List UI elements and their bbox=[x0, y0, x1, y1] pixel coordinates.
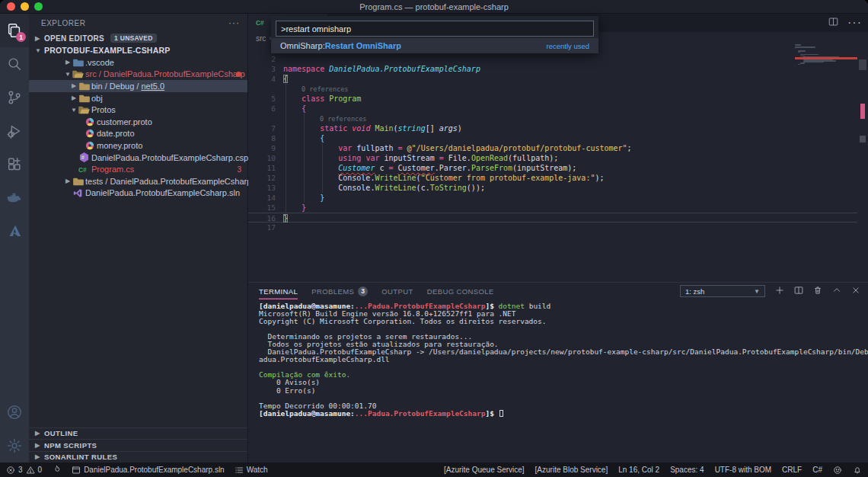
code-token: (c. bbox=[416, 184, 430, 192]
code-line[interactable]: 2 bbox=[248, 54, 868, 64]
terminal-text: ]$ bbox=[485, 409, 498, 418]
terminal-output[interactable]: [danielpadua@masamune:...Padua.ProtobufE… bbox=[259, 303, 863, 459]
close-panel-icon[interactable] bbox=[851, 284, 860, 298]
status-bar: 30DanielPadua.ProtobufExampleCsharp.slnW… bbox=[0, 463, 868, 477]
code-line[interactable]: 12 Console.WriteLine("Customer from prot… bbox=[248, 173, 868, 183]
code-line[interactable]: 17 bbox=[248, 222, 868, 232]
code-token: using bbox=[338, 154, 365, 162]
activity-run-debug-icon[interactable] bbox=[0, 114, 29, 148]
status-azurite-blob[interactable]: [Azurite Blob Service] bbox=[535, 466, 608, 474]
code-text: } bbox=[283, 193, 324, 203]
status-watch[interactable]: Watch bbox=[235, 466, 268, 475]
code-token: ; bbox=[627, 144, 632, 152]
sidebar-section-outline[interactable]: ▶OUTLINE bbox=[29, 427, 247, 440]
code-line[interactable]: 10 using var inputStream = File.OpenRead… bbox=[248, 153, 868, 163]
code-line[interactable]: 14 } bbox=[248, 193, 868, 203]
code-line[interactable]: 11 Customer c = Customer.Parser.ParseFro… bbox=[248, 163, 868, 173]
line-number: 7 bbox=[248, 123, 276, 133]
workspace-root-folder[interactable]: ▼ PROTOBUF-EXAMPLE-CSHARP bbox=[29, 44, 247, 56]
breadcrumb-item[interactable]: src bbox=[256, 34, 266, 43]
code-line[interactable]: 3namespace DanielPadua.ProtobufExampleCs… bbox=[248, 64, 868, 74]
tree-item[interactable]: ▶obj bbox=[29, 92, 247, 104]
tab-output[interactable]: OUTPUT bbox=[381, 283, 413, 299]
open-editors-section[interactable]: ▶ OPEN EDITORS 1 UNSAVED bbox=[29, 32, 247, 44]
new-terminal-icon[interactable] bbox=[775, 284, 784, 298]
code-line[interactable]: 13 Console.WriteLine(c.ToString()); bbox=[248, 183, 868, 193]
status-eol[interactable]: CRLF bbox=[782, 466, 802, 474]
overview-ruler[interactable] bbox=[857, 44, 868, 283]
activity-gear-icon[interactable] bbox=[0, 429, 29, 463]
split-editor-icon[interactable] bbox=[828, 16, 838, 30]
code-line[interactable]: 6 { bbox=[248, 104, 868, 114]
sidebar-section-sonarlint-rules[interactable]: ▶SONARLINT RULES bbox=[29, 451, 247, 463]
activity-extensions-icon[interactable] bbox=[0, 148, 29, 181]
code-token bbox=[283, 94, 302, 103]
section-label: OUTLINE bbox=[44, 429, 78, 437]
status-language-mode[interactable]: C# bbox=[812, 466, 822, 474]
code-token bbox=[283, 194, 320, 202]
terminal-line: Compilação com êxito. bbox=[259, 371, 863, 379]
minimap-line bbox=[798, 52, 800, 53]
status-encoding[interactable]: UTF-8 with BOM bbox=[715, 466, 771, 474]
explorer-more-actions-icon[interactable]: ··· bbox=[228, 18, 240, 28]
activity-azure-icon[interactable] bbox=[0, 215, 29, 248]
folder-icon bbox=[78, 93, 90, 104]
tree-item[interactable]: DanielPadua.ProtobufExampleCsharp.sln bbox=[29, 187, 247, 200]
code-line[interactable]: 7 static void Main(string[] args) bbox=[248, 123, 868, 133]
status-active-project[interactable]: DanielPadua.ProtobufExampleCsharp.sln bbox=[72, 466, 225, 475]
status-omnisharp-flame[interactable] bbox=[52, 465, 62, 475]
status-indentation[interactable]: Spaces: 4 bbox=[670, 466, 704, 474]
explorer-sidebar: EXPLORER ··· ▶ OPEN EDITORS 1 UNSAVED ▼ … bbox=[29, 14, 248, 463]
tree-item[interactable]: money.proto bbox=[29, 139, 247, 152]
code-token bbox=[283, 164, 338, 172]
sidebar-section-npm-scripts[interactable]: ▶NPM SCRIPTS bbox=[29, 439, 247, 451]
titlebar: Program.cs — protobuf-example-csharp bbox=[0, 0, 868, 14]
kill-terminal-icon[interactable] bbox=[813, 284, 822, 298]
status-cursor-position[interactable]: Ln 16, Col 2 bbox=[618, 466, 659, 474]
minimap[interactable] bbox=[795, 44, 857, 78]
tree-item[interactable]: #DanielPadua.ProtobufExampleCsharp.cspro… bbox=[29, 152, 247, 164]
tree-item[interactable]: ▶bin / Debug / net5.0 bbox=[29, 80, 247, 92]
error-squiggle-token: Customer bbox=[338, 164, 375, 172]
terminal-shell-select[interactable]: 1: zsh▼ bbox=[680, 285, 765, 297]
terminal-line: 0 Aviso(s) bbox=[259, 379, 863, 386]
scrollbar-slider[interactable] bbox=[859, 59, 866, 70]
code-line[interactable]: 15 } bbox=[248, 203, 868, 213]
status-label: Watch bbox=[247, 466, 268, 474]
tree-item[interactable]: date.proto bbox=[29, 128, 247, 140]
activity-source-control-icon[interactable] bbox=[0, 81, 29, 114]
tree-item-label: Program.cs bbox=[91, 165, 134, 174]
code-line[interactable]: 16} bbox=[248, 213, 857, 222]
activity-docker-icon[interactable] bbox=[0, 181, 29, 215]
status-problems[interactable]: 30 bbox=[6, 466, 42, 475]
activity-search-icon[interactable] bbox=[0, 47, 29, 81]
tree-item[interactable]: ▼src / DanielPadua.ProtobufExampleCsharp bbox=[29, 69, 247, 81]
status-notifications[interactable] bbox=[853, 466, 862, 475]
code-line[interactable]: 8 { bbox=[248, 133, 868, 143]
tab-debug-console[interactable]: DEBUG CONSOLE bbox=[427, 283, 494, 299]
status-azurite-queue[interactable]: [Azurite Queue Service] bbox=[444, 466, 525, 474]
tree-item[interactable]: ▶.vscode bbox=[29, 56, 247, 69]
tab-problems[interactable]: PROBLEMS3 bbox=[311, 283, 368, 299]
command-palette-input[interactable] bbox=[276, 21, 594, 37]
code-editor[interactable]: 1using System;23namespace DanielPadua.Pr… bbox=[248, 44, 868, 283]
status-feedback[interactable] bbox=[833, 466, 842, 475]
tab-terminal[interactable]: TERMINAL bbox=[259, 283, 298, 299]
code-line[interactable]: 9 var fullpath = @"/Users/danielpadua/pr… bbox=[248, 143, 868, 153]
tree-item[interactable]: C#Program.cs3 bbox=[29, 163, 247, 175]
tree-item[interactable]: ▶tests / DanielPadua.ProtobufExampleCsha… bbox=[29, 175, 247, 187]
minimap-error-line bbox=[795, 57, 857, 59]
activity-files-icon[interactable]: 1 bbox=[0, 14, 29, 47]
activity-account-icon[interactable] bbox=[0, 395, 29, 429]
problems-count-badge: 3 bbox=[358, 287, 368, 296]
code-token: ()); bbox=[467, 184, 485, 192]
split-terminal-icon[interactable] bbox=[794, 284, 803, 298]
maximize-panel-icon[interactable] bbox=[832, 284, 841, 298]
indent-guide bbox=[304, 114, 305, 123]
more-actions-icon[interactable]: ··· bbox=[847, 16, 862, 30]
tree-item[interactable]: customer.proto bbox=[29, 116, 247, 128]
code-line[interactable]: 4{ bbox=[248, 74, 868, 84]
tree-item[interactable]: ▼Protos bbox=[29, 104, 247, 116]
command-palette-result[interactable]: OmniSharp: Restart OmniSharp recently us… bbox=[271, 38, 598, 53]
code-line[interactable]: 5 class Program bbox=[248, 94, 868, 104]
